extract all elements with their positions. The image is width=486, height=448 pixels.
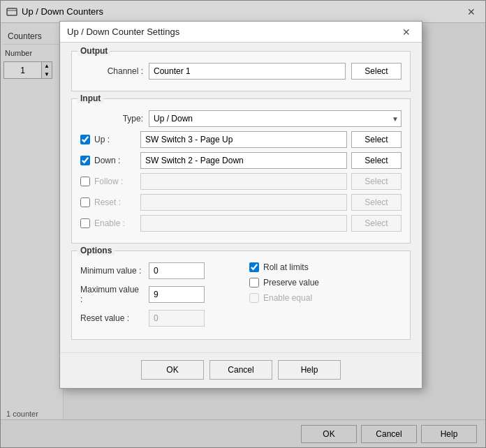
- preserve-label: Preserve value: [263, 278, 319, 288]
- output-section: Output Channel : Select: [71, 51, 411, 91]
- reset-input: [140, 194, 347, 211]
- follow-checkbox[interactable]: [80, 177, 90, 186]
- modal-title: Up / Down Counter Settings: [67, 27, 179, 37]
- reset-select-button: Select: [351, 194, 402, 211]
- channel-input[interactable]: [149, 63, 346, 80]
- down-input[interactable]: [140, 152, 347, 169]
- roll-label: Roll at limits: [263, 262, 309, 272]
- channel-label: Channel :: [80, 66, 143, 76]
- reset-value-row: Reset value :: [80, 310, 233, 327]
- channel-select-button[interactable]: Select: [351, 63, 402, 80]
- enable-input: [140, 215, 347, 232]
- options-grid: Minimum value : Maximum value : Reset va…: [80, 258, 402, 332]
- up-select-button[interactable]: Select: [351, 131, 402, 148]
- reset-value-input: [149, 310, 205, 327]
- channel-row: Channel : Select: [80, 63, 402, 80]
- down-select-button[interactable]: Select: [351, 152, 402, 169]
- max-input[interactable]: [149, 286, 205, 303]
- min-input[interactable]: [149, 262, 205, 279]
- preserve-row: Preserve value: [249, 278, 402, 288]
- min-label: Minimum value :: [80, 266, 143, 276]
- up-input[interactable]: [140, 131, 347, 148]
- up-row: Up : Select: [80, 131, 402, 148]
- up-checkbox[interactable]: [80, 135, 90, 144]
- enable-row: Enable : Select: [80, 215, 402, 232]
- modal-ok-button[interactable]: OK: [141, 360, 204, 380]
- input-section-title: Input: [78, 94, 103, 103]
- modal-dialog: Up / Down Counter Settings ✕ Output Chan…: [59, 21, 422, 389]
- reset-label: Reset :: [94, 197, 136, 207]
- modal-help-button[interactable]: Help: [278, 360, 341, 380]
- modal-titlebar: Up / Down Counter Settings ✕: [60, 22, 422, 43]
- modal-body: Output Channel : Select Input Type: Up /…: [60, 43, 422, 352]
- follow-input: [140, 173, 347, 190]
- modal-footer: OK Cancel Help: [60, 352, 422, 388]
- options-section: Options Minimum value : Maximum value : …: [71, 251, 411, 340]
- reset-checkbox[interactable]: [80, 197, 90, 207]
- follow-select-button: Select: [351, 173, 402, 190]
- min-row: Minimum value :: [80, 262, 233, 279]
- modal-cancel-button[interactable]: Cancel: [209, 360, 272, 380]
- max-label: Maximum value :: [80, 285, 143, 304]
- enable-equal-label: Enable equal: [263, 293, 312, 303]
- options-left: Minimum value : Maximum value : Reset va…: [80, 258, 241, 332]
- modal-close-button[interactable]: ✕: [398, 26, 415, 38]
- type-select-wrapper: Up / Down Up Only Down Only ▼: [149, 110, 402, 127]
- type-select[interactable]: Up / Down Up Only Down Only: [149, 110, 402, 127]
- reset-row: Reset : Select: [80, 194, 402, 211]
- enable-equal-checkbox: [249, 293, 259, 303]
- follow-label: Follow :: [94, 177, 136, 186]
- roll-checkbox[interactable]: [249, 262, 259, 272]
- output-section-title: Output: [78, 46, 110, 56]
- enable-select-button: Select: [351, 215, 402, 232]
- enable-checkbox[interactable]: [80, 218, 90, 228]
- enable-label: Enable :: [94, 218, 136, 228]
- reset-value-label: Reset value :: [80, 313, 143, 323]
- down-label: Down :: [94, 156, 136, 165]
- down-row: Down : Select: [80, 152, 402, 169]
- type-row: Type: Up / Down Up Only Down Only ▼: [80, 110, 402, 127]
- preserve-checkbox[interactable]: [249, 278, 259, 288]
- max-row: Maximum value :: [80, 285, 233, 304]
- down-checkbox[interactable]: [80, 156, 90, 165]
- options-section-title: Options: [78, 246, 115, 255]
- roll-row: Roll at limits: [249, 262, 402, 272]
- type-label: Type:: [80, 114, 143, 124]
- up-label: Up :: [94, 135, 136, 144]
- options-right: Roll at limits Preserve value Enable equ…: [241, 258, 402, 332]
- input-section: Input Type: Up / Down Up Only Down Only …: [71, 98, 411, 244]
- enable-equal-row: Enable equal: [249, 293, 402, 303]
- follow-row: Follow : Select: [80, 173, 402, 190]
